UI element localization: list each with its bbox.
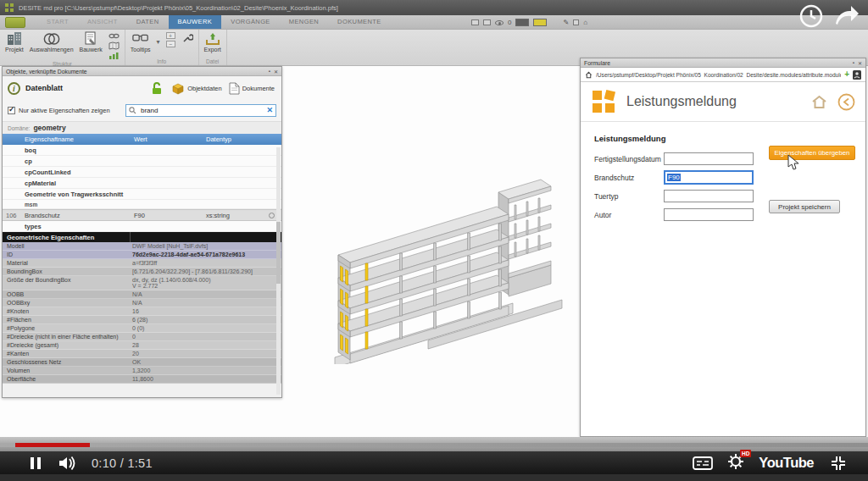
tab-bauwerk[interactable]: BAUWERK — [169, 15, 222, 29]
close-icon[interactable]: ✕ — [858, 60, 862, 66]
geo-row[interactable]: OOBBN/A — [3, 290, 281, 299]
share-button[interactable] — [832, 3, 861, 25]
dark-view-badge[interactable] — [515, 19, 529, 26]
projekt-label: Projekt — [5, 47, 24, 53]
geo-row[interactable]: Größe der BoundingBox dx, dy, dz (1.140/… — [3, 276, 281, 290]
link-icon[interactable] — [108, 32, 120, 40]
table-row[interactable]: Geometrie von Tragwerksschnitt — [3, 189, 281, 200]
geo-row[interactable]: #Kanten20 — [3, 350, 281, 358]
active-properties-checkbox[interactable]: ✓ — [8, 107, 15, 114]
table-row[interactable]: cpMaterial — [3, 178, 281, 189]
fertigstellungsdatum-field[interactable] — [664, 152, 754, 165]
table-row[interactable]: msm — [3, 200, 281, 209]
pin-icon[interactable]: ▪ — [853, 60, 854, 65]
col-datentyp[interactable]: Datentyp — [206, 135, 265, 143]
geo-row[interactable]: Geschlossenes NetzOK — [3, 358, 281, 367]
tab-ansicht[interactable]: ANSICHT — [78, 15, 127, 29]
col-eigenschaftname[interactable]: Eigenschaftname — [21, 135, 134, 143]
geo-row[interactable]: Oberfläche11,8600 — [3, 375, 281, 384]
fullscreen-button[interactable] — [829, 456, 848, 471]
row-number: 106 — [3, 212, 21, 219]
video-progress-track[interactable] — [0, 443, 868, 447]
add-form-icon[interactable]: + — [844, 70, 849, 79]
radio-icon[interactable] — [269, 213, 275, 218]
unlock-icon[interactable] — [151, 82, 163, 95]
tab-start[interactable]: START — [37, 15, 78, 29]
geo-row[interactable]: #Knoten16 — [3, 307, 281, 316]
field-label-fertigstellungsdatum: Fertigstellungsdatum — [594, 155, 664, 163]
zoom-out-button[interactable]: − — [166, 41, 175, 47]
youtube-logo[interactable]: YouTube — [759, 455, 814, 471]
settings-button[interactable]: HD — [728, 454, 743, 473]
clear-search-icon[interactable]: ✕ — [266, 107, 273, 114]
brandschutz-field[interactable]: F90 — [664, 170, 754, 185]
geo-row[interactable]: ModellDWF Modell [NuH_TslF.dvfs] — [3, 242, 281, 251]
objektdaten-label[interactable]: Objektdaten — [187, 85, 221, 92]
table-row[interactable]: types — [3, 221, 281, 232]
tooltips-dropdown-caret[interactable]: ▾ — [157, 30, 160, 46]
search-input[interactable] — [139, 106, 264, 115]
wrench-icon[interactable] — [181, 32, 193, 44]
domain-row: Domäne: geometry — [3, 121, 281, 134]
tooltips-button[interactable]: Tooltips — [131, 30, 151, 53]
pin-icon[interactable]: ▪ — [269, 69, 270, 74]
home-icon[interactable] — [811, 95, 827, 109]
group-label-datei: Datei — [204, 58, 221, 65]
geo-row[interactable]: #Dreiecke (nicht in einer Fläche enthalt… — [3, 333, 281, 341]
pause-button[interactable] — [31, 457, 41, 469]
datenblatt-title: Datenblatt — [25, 84, 63, 92]
chart-export-icon[interactable] — [108, 52, 120, 60]
left-panel-objects: Objekte, verknüpfte Dokumente ▪ ✕ i Date… — [2, 66, 282, 398]
auswahlmengen-button[interactable]: Auswahlmengen — [30, 30, 74, 53]
table-row[interactable]: cp — [3, 156, 281, 167]
geo-row[interactable]: #Dreiecke (gesamt)28 — [3, 341, 281, 350]
yellow-view-badge[interactable] — [533, 19, 547, 26]
eigenschaften-uebergeben-button[interactable]: Eigenschaften übergeben — [769, 146, 855, 160]
home-view-icon[interactable]: ⌂ — [583, 19, 587, 26]
search-icon — [129, 107, 136, 114]
table-row[interactable]: cpCountLinked — [3, 167, 281, 178]
projekt-button[interactable]: Projekt — [5, 30, 24, 53]
geo-row[interactable]: #Polygone0 (0) — [3, 324, 281, 333]
application-menu-button[interactable] — [5, 17, 25, 28]
monitor-icon[interactable] — [471, 19, 479, 25]
pencil-icon[interactable]: ✎ — [563, 19, 569, 26]
building-3d-model[interactable] — [301, 127, 572, 364]
tab-dokumente[interactable]: DOKUMENTE — [328, 15, 391, 29]
map-icon[interactable] — [108, 41, 120, 50]
geo-row[interactable]: Materiala=f3f3f3ff — [3, 259, 281, 268]
display-icon[interactable] — [483, 19, 491, 25]
geo-row[interactable]: ID76d2e9ac-2218-4daf-ae54-671a782e9613 — [3, 251, 281, 259]
dokumente-doc-icon[interactable] — [229, 82, 240, 95]
tab-daten[interactable]: DATEN — [127, 15, 169, 29]
table-row[interactable]: boq — [3, 145, 281, 156]
close-icon[interactable]: ✕ — [274, 69, 278, 75]
objektdaten-cube-icon[interactable] — [171, 82, 185, 95]
contact-icon[interactable] — [853, 70, 861, 80]
form-url[interactable]: /Users/pstumpf/Desktop/Projekt Phönix/05… — [596, 72, 841, 78]
col-wert[interactable]: Wert — [134, 135, 206, 143]
captions-button[interactable] — [693, 456, 713, 470]
bauwerk-icon — [82, 31, 99, 46]
left-panel-scrollbar[interactable] — [276, 147, 281, 395]
volume-button[interactable] — [58, 456, 78, 471]
bauwerk-button[interactable]: Bauwerk — [80, 30, 103, 53]
watch-later-button[interactable] — [798, 3, 824, 29]
autor-field[interactable] — [664, 208, 754, 221]
geo-row[interactable]: Volumen1,3200 — [3, 367, 281, 375]
geo-row[interactable]: OOBBxyN/A — [3, 299, 281, 307]
geo-row[interactable]: #Flächen6 (28) — [3, 316, 281, 324]
tuertyp-field[interactable] — [664, 190, 754, 202]
geo-row[interactable]: BoundingBox[6.721/6.204/322.290] - [7.86… — [3, 268, 281, 276]
export-button[interactable]: Export — [204, 30, 221, 53]
eraser-icon[interactable] — [573, 19, 579, 25]
projekt-speichern-button[interactable]: Projekt speichern — [769, 200, 840, 213]
dokumente-label[interactable]: Dokumente — [242, 85, 275, 92]
tab-vorgaenge[interactable]: VORGÄNGE — [221, 15, 280, 29]
tab-mengen[interactable]: MENGEN — [280, 15, 328, 29]
back-icon[interactable] — [837, 93, 855, 111]
table-row-brandschutz[interactable]: 106 Brandschutz F90 xs:string — [3, 209, 281, 221]
zoom-in-button[interactable]: + — [166, 32, 175, 39]
visibility-eye-icon[interactable] — [495, 20, 504, 25]
home-small-icon[interactable] — [585, 71, 593, 79]
